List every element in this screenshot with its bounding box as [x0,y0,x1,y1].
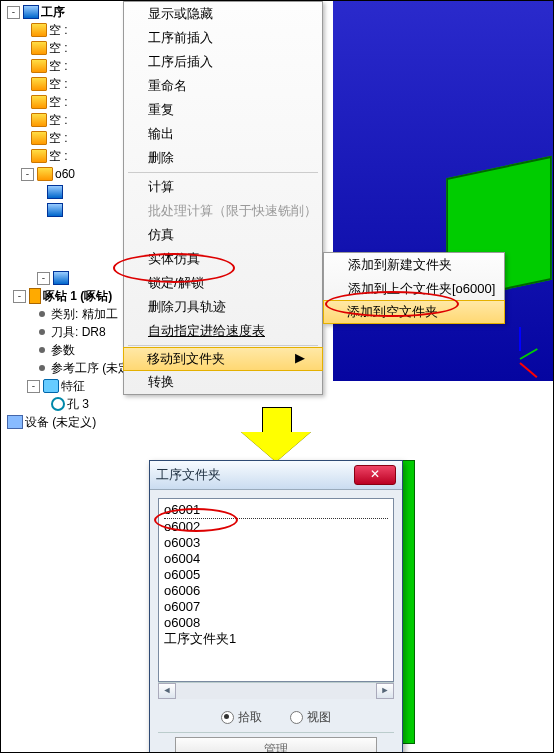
folder-dialog[interactable]: 工序文件夹 ✕ o6001 o6002 o6003 o6004 o6005 o6… [149,460,403,753]
mi-del-toolpath[interactable]: 删除刀具轨迹 [124,295,322,319]
tree-empty-label: 空 : [49,75,68,93]
tree-empty-label: 空 : [49,111,68,129]
drill-group-label[interactable]: 啄钻 1 (啄钻) [43,287,112,305]
device-label: 设备 [25,413,49,431]
dot-icon [39,311,45,317]
mi-rename[interactable]: 重命名 [124,74,322,98]
smi-add-new[interactable]: 添加到新建文件夹 [324,253,504,277]
tree-empty-label: 空 : [49,57,68,75]
smi-add-prev-suffix: [o6000] [452,281,495,296]
dot-icon [39,347,45,353]
radio-view-label: 视图 [307,709,331,726]
list-item[interactable]: o6006 [164,583,388,599]
collapse-icon[interactable]: - [13,290,26,303]
device-value: (未定义) [52,413,96,431]
folder-icon [31,77,47,91]
folder-icon [31,23,47,37]
prop-tool-value: DR8 [82,323,106,341]
list-item[interactable]: o6001 [164,502,388,519]
collapse-icon[interactable]: - [21,168,34,181]
ops-root-icon [23,5,39,19]
prop-ref-label: 参考工序 [51,359,99,377]
radio-on-icon [221,711,234,724]
radio-pick[interactable]: 拾取 [221,709,262,726]
radio-pick-label: 拾取 [238,709,262,726]
close-button[interactable]: ✕ [354,465,396,485]
tree-empty-label: 空 : [49,147,68,165]
mi-convert[interactable]: 转换 [124,370,322,394]
prop-category-label: 类别: [51,305,78,323]
context-submenu[interactable]: 添加到新建文件夹 添加到上个文件夹[o6000] 添加到空文件夹 [323,252,505,324]
mi-show-hide[interactable]: 显示或隐藏 [124,2,322,26]
mi-move-to-folder[interactable]: 移动到文件夹▶ [123,347,323,371]
scroll-right-icon[interactable]: ► [376,683,394,699]
mi-output[interactable]: 输出 [124,122,322,146]
hole-icon [51,397,65,411]
folder-listbox[interactable]: o6001 o6002 o6003 o6004 o6005 o6006 o600… [158,498,394,682]
cad-viewport[interactable] [333,1,553,381]
tree-root-label: 工序 [41,3,65,21]
dot-icon [39,365,45,371]
scroll-left-icon[interactable]: ◄ [158,683,176,699]
list-item[interactable]: o6008 [164,615,388,631]
collapse-icon[interactable]: - [27,380,40,393]
folder-icon [31,95,47,109]
mi-duplicate[interactable]: 重复 [124,98,322,122]
mi-calc[interactable]: 计算 [124,175,322,199]
folder-icon [31,59,47,73]
list-item[interactable]: o6003 [164,535,388,551]
collapse-icon[interactable]: - [37,272,50,285]
manage-button[interactable]: 管理 [175,737,377,753]
mi-feed-table[interactable]: 自动指定进给速度表 [124,319,322,343]
op-icon [47,203,63,217]
prop-params[interactable]: 参数 [51,341,75,359]
tree-folder-o60[interactable]: o60 [55,165,75,183]
list-item[interactable]: 工序文件夹1 [164,631,388,647]
op-icon [47,185,63,199]
callout-arrow-icon [241,407,311,463]
separator [158,732,394,733]
list-item[interactable]: o6007 [164,599,388,615]
dot-icon [39,329,45,335]
list-item[interactable]: o6002 [164,519,388,535]
mi-batch-calc: 批处理计算（限于快速铣削） [124,199,322,223]
smi-add-empty[interactable]: 添加到空文件夹 [323,300,505,324]
mi-insert-after[interactable]: 工序后插入 [124,50,322,74]
mi-insert-before[interactable]: 工序前插入 [124,26,322,50]
feature-label[interactable]: 特征 [61,377,85,395]
hole-label[interactable]: 孔 3 [67,395,89,413]
folder-icon [37,167,53,181]
tree-empty-label: 空 : [49,129,68,147]
mi-delete[interactable]: 删除 [124,146,322,170]
tree-empty-label: 空 : [49,93,68,111]
dialog-titlebar[interactable]: 工序文件夹 ✕ [150,461,402,490]
context-menu[interactable]: 显示或隐藏 工序前插入 工序后插入 重命名 重复 输出 删除 计算 批处理计算（… [123,1,323,395]
device-icon [7,415,23,429]
drill-icon [29,288,41,304]
folder-icon [31,149,47,163]
prop-tool-label: 刀具: [51,323,78,341]
collapse-icon[interactable]: - [7,6,20,19]
mi-sim[interactable]: 仿真 [124,223,322,247]
menu-separator [128,172,318,173]
smi-add-prev-label: 添加到上个文件夹 [348,281,452,296]
h-scrollbar[interactable]: ◄ ► [158,682,394,699]
dialog-title: 工序文件夹 [156,466,354,484]
prop-category-value: 精加工 [82,305,118,323]
list-item[interactable]: o6005 [164,567,388,583]
op-icon [53,271,69,285]
tree-empty-label: 空 : [49,21,68,39]
feature-icon [43,379,59,393]
list-item[interactable]: o6004 [164,551,388,567]
mi-sim-solid[interactable]: 实体仿真 [124,247,322,271]
smi-add-prev[interactable]: 添加到上个文件夹[o6000] [324,277,504,301]
folder-icon [31,41,47,55]
folder-icon [31,131,47,145]
menu-separator [128,345,318,346]
tree-empty-label: 空 : [49,39,68,57]
radio-off-icon [290,711,303,724]
submenu-arrow-icon: ▶ [295,350,305,365]
folder-icon [31,113,47,127]
mi-lock[interactable]: 锁定/解锁 [124,271,322,295]
radio-view[interactable]: 视图 [290,709,331,726]
